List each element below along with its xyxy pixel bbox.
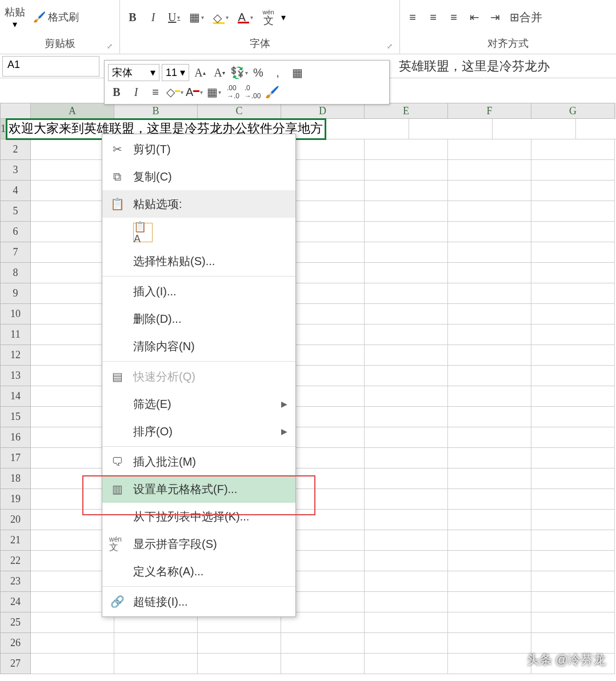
cell[interactable]	[365, 242, 448, 263]
cell[interactable]	[365, 345, 448, 366]
mini-font-color-button[interactable]: A▾	[186, 83, 203, 101]
row-header[interactable]: 10	[0, 304, 31, 325]
cell[interactable]	[448, 325, 531, 345]
cell[interactable]	[448, 283, 531, 304]
cell[interactable]	[365, 139, 448, 160]
border-button[interactable]: ▦▾	[187, 9, 206, 25]
row-header[interactable]: 8	[0, 263, 31, 283]
row-header[interactable]: 23	[0, 571, 31, 592]
cell[interactable]	[198, 633, 281, 654]
paste-option-default[interactable]: 📋A	[102, 218, 295, 247]
mini-fill-color-button[interactable]: ◇▾	[166, 83, 183, 101]
row-header[interactable]: 2	[0, 139, 31, 160]
filter-menu-item[interactable]: 筛选(E)▶	[102, 390, 295, 418]
cell[interactable]	[448, 181, 531, 201]
cell[interactable]	[448, 489, 531, 510]
cell[interactable]	[365, 201, 448, 222]
cell[interactable]	[531, 489, 615, 510]
cell[interactable]	[448, 304, 531, 325]
cell[interactable]	[31, 633, 114, 654]
column-header[interactable]: D	[281, 103, 365, 119]
cell[interactable]	[448, 345, 531, 366]
cell[interactable]	[365, 510, 448, 530]
cell[interactable]	[365, 448, 448, 468]
mini-size-select[interactable]: 11▾	[162, 64, 189, 81]
cell[interactable]	[531, 242, 615, 263]
column-header[interactable]: F	[448, 103, 531, 119]
percent-icon[interactable]: %	[250, 64, 267, 81]
cell[interactable]	[448, 551, 531, 571]
row-header[interactable]: 16	[0, 427, 31, 448]
indent-increase-button[interactable]: ⇥	[487, 9, 503, 25]
cell[interactable]	[365, 654, 448, 674]
cell[interactable]	[365, 427, 448, 448]
row-header[interactable]: 18	[0, 468, 31, 489]
cut-menu-item[interactable]: ✂剪切(T)	[102, 135, 295, 163]
cell[interactable]	[531, 366, 615, 386]
cell[interactable]	[531, 448, 615, 468]
row-header[interactable]: 24	[0, 592, 31, 612]
cell[interactable]	[365, 571, 448, 592]
define-name-menu-item[interactable]: 定义名称(A)...	[102, 558, 295, 585]
cell[interactable]	[531, 181, 615, 201]
cell[interactable]	[365, 468, 448, 489]
cell[interactable]	[531, 510, 615, 530]
pick-from-list-menu-item[interactable]: 从下拉列表中选择(K)...	[102, 503, 295, 530]
cell[interactable]	[448, 201, 531, 222]
cell[interactable]	[493, 119, 576, 139]
cell[interactable]	[114, 633, 198, 654]
cell[interactable]	[448, 530, 531, 551]
row-header[interactable]: 12	[0, 345, 31, 366]
column-header[interactable]: E	[365, 103, 448, 119]
copy-menu-item[interactable]: ⧉复制(C)	[102, 163, 295, 190]
cell[interactable]	[448, 407, 531, 427]
cell[interactable]	[531, 222, 615, 242]
mini-italic-button[interactable]: I	[127, 83, 145, 101]
cell[interactable]	[531, 325, 615, 345]
row-header[interactable]: 6	[0, 222, 31, 242]
cell[interactable]	[281, 654, 365, 674]
cell[interactable]	[531, 283, 615, 304]
cell[interactable]	[365, 407, 448, 427]
comma-icon[interactable]: ,	[269, 64, 286, 81]
clear-contents-menu-item[interactable]: 清除内容(N)	[102, 333, 295, 360]
cell[interactable]	[114, 654, 198, 674]
cell[interactable]	[531, 612, 615, 633]
decrease-decimal-icon[interactable]: .0→.00	[244, 83, 261, 101]
mini-align-button[interactable]: ≡	[147, 83, 164, 101]
cell[interactable]	[365, 304, 448, 325]
mini-bold-button[interactable]: B	[108, 83, 125, 101]
row-header[interactable]: 26	[0, 633, 31, 654]
row-header[interactable]: 4	[0, 181, 31, 201]
cell[interactable]	[448, 468, 531, 489]
row-header[interactable]: 15	[0, 407, 31, 427]
cell[interactable]	[531, 592, 615, 612]
table-format-icon[interactable]: ▦	[289, 64, 306, 81]
indent-decrease-button[interactable]: ⇤	[466, 9, 482, 25]
expand-icon[interactable]: ⤢	[107, 42, 113, 50]
cell[interactable]	[531, 427, 615, 448]
insert-menu-item[interactable]: 插入(I)...	[102, 278, 295, 305]
underline-button[interactable]: U▾	[166, 9, 182, 25]
pinyin-button[interactable]: wén文	[260, 9, 276, 25]
row-header[interactable]: 5	[0, 201, 31, 222]
row-header[interactable]: 3	[0, 160, 31, 181]
row-header[interactable]: 11	[0, 325, 31, 345]
decrease-font-icon[interactable]: A▾	[211, 64, 228, 81]
cell[interactable]	[365, 489, 448, 510]
bold-button[interactable]: B	[125, 9, 141, 25]
expand-icon[interactable]: ⤢	[387, 42, 393, 50]
hyperlink-menu-item[interactable]: 🔗超链接(I)...	[102, 588, 295, 615]
align-middle-button[interactable]: ≡	[425, 9, 441, 25]
cell[interactable]	[531, 407, 615, 427]
cell[interactable]	[448, 592, 531, 612]
cell[interactable]	[531, 201, 615, 222]
cell[interactable]	[365, 530, 448, 551]
column-header[interactable]: G	[531, 103, 615, 119]
cell[interactable]	[448, 633, 531, 654]
row-header[interactable]: 19	[0, 489, 31, 510]
show-pinyin-menu-item[interactable]: wén文显示拼音字段(S)	[102, 530, 295, 558]
cell[interactable]	[365, 160, 448, 181]
cell[interactable]	[448, 612, 531, 633]
mini-border-button[interactable]: ▦▾	[205, 83, 222, 101]
